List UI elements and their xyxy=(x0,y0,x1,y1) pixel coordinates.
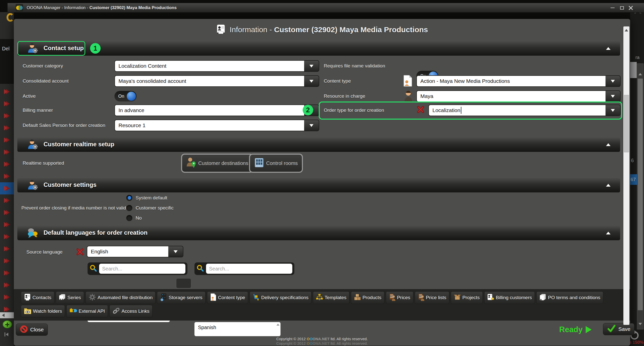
scroll-up-icon[interactable] xyxy=(276,324,279,326)
collapse-arrow-icon[interactable] xyxy=(606,143,611,146)
table-row[interactable] xyxy=(0,170,14,182)
radio-system-default[interactable] xyxy=(126,195,132,201)
table-row[interactable] xyxy=(0,267,14,279)
tab-external-api[interactable]: External API xyxy=(66,305,108,318)
table-row[interactable] xyxy=(0,194,14,206)
tab-products[interactable]: Products xyxy=(351,291,384,304)
dialog-scrollbar[interactable] xyxy=(623,26,629,325)
collapse-arrow-icon[interactable] xyxy=(606,47,611,50)
save-button[interactable]: Save xyxy=(603,323,634,335)
status-text: Ready xyxy=(559,325,583,334)
tab-po-terms[interactable]: PO terms and conditions xyxy=(536,291,603,304)
active-toggle[interactable]: On xyxy=(114,91,137,101)
content-type-icon xyxy=(210,293,217,302)
table-row[interactable] xyxy=(0,134,14,146)
tab-delivery-specifications[interactable]: Delivery specifications xyxy=(250,291,311,304)
tab-watch-folders[interactable]: Watch folders xyxy=(21,305,65,318)
order-type-combobox[interactable]: Localization xyxy=(428,105,621,116)
table-row[interactable] xyxy=(0,110,14,122)
red-arrow-icon xyxy=(6,270,10,275)
maximize-button[interactable] xyxy=(618,5,626,11)
window-titlebar[interactable]: OOONA Manager - Information - Customer (… xyxy=(8,3,644,13)
table-row[interactable] xyxy=(0,255,14,267)
tab-content-type[interactable]: Content type xyxy=(207,291,248,304)
table-row[interactable] xyxy=(0,98,14,110)
table-row-selected[interactable] xyxy=(0,182,14,194)
section-realtime-header[interactable]: Customer realtime setup xyxy=(17,137,620,152)
tab-billing-customers[interactable]: Billing customers xyxy=(484,291,535,304)
scroll-down-icon[interactable] xyxy=(638,323,642,325)
customer-category-dropdown[interactable]: Localization Content xyxy=(114,60,319,72)
selected-languages-list[interactable]: Spanish xyxy=(194,322,280,336)
tab-storage-servers[interactable]: Storage servers xyxy=(157,291,205,304)
add-button[interactable] xyxy=(3,320,12,328)
tab-series[interactable]: Series xyxy=(56,291,84,304)
order-type-input[interactable]: Localization xyxy=(429,105,606,116)
scroll-up-icon[interactable] xyxy=(638,73,642,75)
table-row[interactable] xyxy=(0,219,14,231)
resource-in-charge-dropdown[interactable]: Maya xyxy=(416,90,621,102)
close-window-button[interactable] xyxy=(627,5,634,11)
tab-price-lists[interactable]: Price lists xyxy=(415,291,449,304)
list-item[interactable]: Spanish xyxy=(198,325,216,330)
radio-no-label: No xyxy=(136,215,142,221)
billing-manner-dropdown[interactable]: In advance xyxy=(114,105,319,116)
scroll-left-icon[interactable] xyxy=(2,314,5,317)
content-type-dropdown[interactable]: Action - Maya New Media Productions xyxy=(416,75,621,87)
radio-no[interactable] xyxy=(126,215,132,221)
table-row[interactable] xyxy=(0,86,14,98)
collapse-arrow-icon[interactable] xyxy=(606,184,611,187)
section-contact-setup-header[interactable]: Contact setup xyxy=(17,41,620,56)
close-button[interactable]: Close xyxy=(16,324,48,336)
radio-customer-specific[interactable] xyxy=(126,205,132,211)
consolidated-account-dropdown[interactable]: Maya's consolidated account xyxy=(114,75,319,87)
chevron-down-icon[interactable] xyxy=(606,105,620,116)
scrollbar-thumb[interactable] xyxy=(624,95,629,152)
toggle-knob[interactable] xyxy=(127,92,136,101)
tab-access-links[interactable]: Access Links xyxy=(109,305,152,318)
background-vscrollbar-thumb[interactable] xyxy=(638,79,643,310)
table-row[interactable] xyxy=(0,206,14,219)
search-input[interactable] xyxy=(206,264,292,274)
selected-languages-search[interactable] xyxy=(194,262,294,275)
table-row[interactable] xyxy=(0,122,14,134)
table-row[interactable] xyxy=(0,231,14,243)
collapse-arrow-icon[interactable] xyxy=(606,232,611,234)
table-row[interactable] xyxy=(0,146,14,158)
background-hscrollbar[interactable] xyxy=(0,312,14,318)
background-row-number: 6 xyxy=(631,158,634,163)
customer-destinations-button[interactable]: Customer destinations xyxy=(181,154,253,173)
chevron-down-icon[interactable] xyxy=(304,76,319,86)
search-input[interactable] xyxy=(99,264,185,274)
chevron-down-icon[interactable] xyxy=(304,61,319,71)
minimize-button[interactable] xyxy=(609,5,616,11)
scroll-up-icon[interactable] xyxy=(625,29,628,31)
chevron-down-icon[interactable] xyxy=(304,120,319,131)
move-language-button[interactable] xyxy=(176,278,191,288)
languages-bubbles-icon xyxy=(27,227,38,240)
skip-to-start-icon[interactable] xyxy=(5,332,10,336)
tab-prices[interactable]: Prices xyxy=(386,291,413,304)
chevron-down-icon[interactable] xyxy=(606,91,620,101)
tab-templates[interactable]: Templates xyxy=(313,291,349,304)
chevron-down-icon[interactable] xyxy=(606,76,620,86)
red-arrow-icon xyxy=(6,283,10,288)
table-row[interactable] xyxy=(0,291,14,303)
table-row[interactable] xyxy=(0,279,14,291)
tab-projects[interactable]: Projects xyxy=(451,291,483,304)
section-languages-header[interactable]: Default languages for order creation xyxy=(17,226,620,240)
red-arrow-icon xyxy=(6,125,10,130)
active-label: Active xyxy=(23,93,36,99)
content-type-label: Content type xyxy=(324,78,351,84)
chevron-down-icon[interactable] xyxy=(168,246,183,257)
default-sales-dropdown[interactable]: Resource 1 xyxy=(114,120,319,131)
hand-truck-icon xyxy=(253,294,260,302)
available-languages-search[interactable] xyxy=(88,262,187,275)
tab-contacts[interactable]: Contacts xyxy=(21,291,54,304)
control-rooms-button[interactable]: Control rooms xyxy=(249,154,303,173)
tab-automated-file-distribution[interactable]: Automated file distribution xyxy=(86,291,156,304)
table-row[interactable] xyxy=(0,158,14,170)
section-customer-settings-header[interactable]: Customer settings xyxy=(17,178,620,192)
table-row[interactable] xyxy=(0,243,14,255)
source-language-dropdown[interactable]: English xyxy=(87,246,183,257)
